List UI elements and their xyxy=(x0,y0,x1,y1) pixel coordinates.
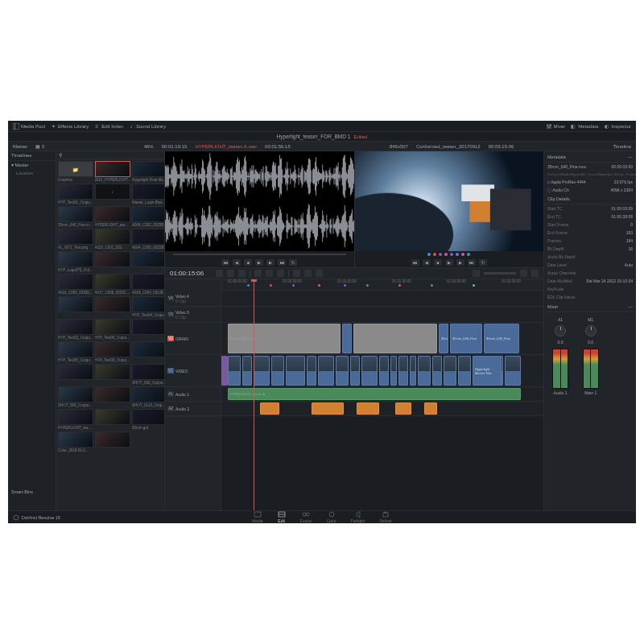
grain-clip[interactable]: 35m... xyxy=(439,324,448,353)
play-button[interactable]: ▶ xyxy=(255,259,263,266)
next-clip-button[interactable]: ⏭ xyxy=(278,259,286,266)
pool-clip[interactable] xyxy=(58,296,93,317)
video-clip[interactable] xyxy=(307,356,316,386)
a2-header[interactable]: A2 Audio 2 xyxy=(165,402,221,416)
video-clip[interactable] xyxy=(254,356,270,386)
trim-tool[interactable] xyxy=(227,270,234,277)
step-fwd-button[interactable]: ▶ xyxy=(456,259,464,266)
video-clip[interactable] xyxy=(410,356,416,386)
a2-dest[interactable]: A2 xyxy=(167,406,174,411)
mixer-strip-a1[interactable]: A1 0.0 Audio 1 xyxy=(547,316,573,397)
pool-clip[interactable]: HYP_Logo075_Out... xyxy=(58,251,93,272)
pool-clip[interactable]: A023_C001_032... xyxy=(95,229,131,250)
a1-header[interactable]: A1 Audio 1 xyxy=(165,387,221,402)
pool-clip[interactable]: A018_C004_032J8... xyxy=(132,274,165,295)
pool-clip[interactable]: HYPERLIGHT_tea... xyxy=(95,206,131,227)
master-bin[interactable]: ▾ Master xyxy=(8,161,56,169)
loop-button[interactable]: ↻ xyxy=(289,259,297,266)
video-clip[interactable]: Hyperlight Master Title xyxy=(473,356,502,386)
mixer-menu-icon[interactable]: ⋯ xyxy=(628,304,633,309)
audio-clip[interactable] xyxy=(260,402,279,415)
audio-clip[interactable]: HYPERLIGHT_teaser-A xyxy=(228,388,521,400)
overwrite-tool[interactable] xyxy=(266,270,273,277)
v2-dest[interactable]: V2 xyxy=(167,336,174,341)
edit-index-tab[interactable]: ≡ Edit Index xyxy=(93,123,123,130)
pan-knob[interactable] xyxy=(555,325,566,336)
pool-clip[interactable] xyxy=(95,296,131,317)
flag-tool[interactable] xyxy=(304,270,312,277)
playhead[interactable] xyxy=(254,279,254,510)
video-clip[interactable] xyxy=(418,356,431,386)
grain-clip[interactable]: 35mm_640_Fine xyxy=(450,324,482,353)
pool-clip[interactable]: HYP_Text04_Outpu... xyxy=(132,296,165,317)
video-clip[interactable] xyxy=(336,356,349,386)
pool-clip[interactable] xyxy=(132,319,165,340)
program-markers[interactable] xyxy=(355,251,544,258)
video-clip[interactable] xyxy=(221,356,228,386)
pool-clip[interactable]: AL_IST1_Text.png xyxy=(58,229,93,250)
video-clip[interactable] xyxy=(379,356,389,386)
pan-knob[interactable] xyxy=(585,325,597,336)
pool-clip[interactable]: A016_C005_0332D... xyxy=(58,274,93,295)
video-clip[interactable] xyxy=(361,356,378,386)
v3-header[interactable]: V3 Video 30 Clip xyxy=(165,307,221,323)
prev-clip-button[interactable]: ⏮ xyxy=(221,259,229,266)
selection-tool[interactable] xyxy=(216,270,223,277)
loop-button[interactable]: ↻ xyxy=(479,259,487,266)
grain-clip[interactable]: 35mm_640_Fine xyxy=(228,324,341,353)
deliver-page-tab[interactable]: Deliver xyxy=(379,511,392,523)
grain-clip[interactable] xyxy=(342,324,352,353)
search-icon[interactable]: ⚲ xyxy=(59,152,62,158)
pool-clip[interactable]: HYP_Text06_Outpu... xyxy=(95,319,131,340)
clip-details-header[interactable]: Clip Details xyxy=(544,194,636,204)
v1-dest[interactable]: V1 xyxy=(167,368,174,374)
video-clip[interactable] xyxy=(350,356,360,386)
pool-clip[interactable] xyxy=(132,251,165,272)
location-bin[interactable]: Location xyxy=(8,169,56,177)
pool-clip[interactable]: Master_Login-Blue.... xyxy=(132,184,165,204)
home-icon[interactable] xyxy=(13,514,19,521)
pool-clip[interactable]: SHOT_090_Output... xyxy=(58,386,93,407)
video-clip[interactable] xyxy=(458,356,471,386)
view-mode-icons[interactable]: ▦ ≡ xyxy=(35,143,44,149)
timeline-dropdown[interactable]: Timeline xyxy=(613,144,631,149)
step-back-button[interactable]: ◀ xyxy=(423,259,431,266)
fairlight-page-tab[interactable]: Fairlight xyxy=(351,511,365,523)
v4-dest[interactable]: V4 xyxy=(167,295,174,301)
v4-header[interactable]: V4 Video 40 Clip xyxy=(165,291,221,307)
pool-clip[interactable]: HYPERLIGHT_tea... xyxy=(58,409,93,430)
fusion-page-tab[interactable]: Fusion xyxy=(300,511,312,523)
replace-tool[interactable] xyxy=(277,270,284,277)
edit-page-tab[interactable]: Edit xyxy=(278,511,286,523)
zoom-slider[interactable] xyxy=(484,272,516,275)
source-fit[interactable]: 46% xyxy=(144,144,154,149)
pool-clip[interactable]: 📁Graphics xyxy=(58,161,93,182)
pool-clip[interactable] xyxy=(58,364,93,385)
bin-path[interactable]: Master xyxy=(13,144,27,149)
tracks-canvas[interactable]: 01:00:00:0001:00:30:0001:01:00:0001:01:3… xyxy=(221,279,543,510)
media-pool-tab[interactable]: Media Pool xyxy=(13,123,45,130)
zoom-in-button[interactable] xyxy=(520,270,527,277)
timeline-timecode[interactable]: 01:00:15:06 xyxy=(170,270,212,277)
mixer-tab[interactable]: Mixer xyxy=(546,123,566,130)
metadata-menu-icon[interactable]: ⋯ xyxy=(628,155,633,159)
insert-tool[interactable] xyxy=(254,270,262,277)
next-edit-button[interactable]: ⏭ xyxy=(468,259,476,266)
mixer-strip-m1[interactable]: M1 0.0 Main 1 xyxy=(578,316,604,397)
pool-clip[interactable]: HYP_Text01_Outpu... xyxy=(58,184,93,204)
source-scrubber[interactable] xyxy=(165,251,354,258)
video-clip[interactable] xyxy=(390,356,397,386)
step-fwd-button[interactable]: ▶ xyxy=(266,259,275,266)
pool-clip[interactable] xyxy=(132,341,165,362)
color-page-tab[interactable]: Color xyxy=(327,511,336,523)
pool-clip[interactable]: SHOT_030_Output... xyxy=(132,364,165,385)
pool-clip[interactable] xyxy=(95,409,131,430)
step-back-button[interactable]: ◀ xyxy=(233,259,241,266)
video-clip[interactable] xyxy=(286,356,305,386)
sound-library-tab[interactable]: ♪ Sound Library xyxy=(128,123,166,130)
pool-clip[interactable] xyxy=(95,251,131,272)
audio-clip[interactable] xyxy=(357,402,379,415)
grain-clip[interactable]: 35mm_640_Fine xyxy=(484,324,519,353)
program-res[interactable]: 846x507 xyxy=(390,144,408,149)
program-name[interactable]: Conformed_teaser_20170912 xyxy=(416,144,481,149)
